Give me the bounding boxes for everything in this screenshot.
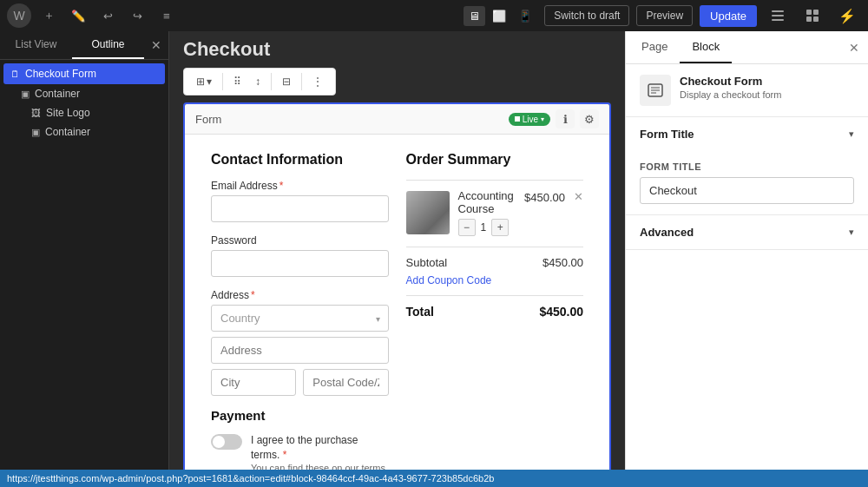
container-icon: ▣	[31, 127, 40, 138]
move-button[interactable]: ↕	[250, 72, 266, 91]
email-label: Email Address *	[211, 180, 389, 192]
password-label: Password	[211, 234, 389, 247]
product-name: Accounting Course	[458, 189, 516, 215]
form-label: Form	[195, 113, 221, 126]
postal-input[interactable]	[303, 369, 388, 396]
tree-item-container-2[interactable]: ▣ Container	[3, 122, 165, 141]
block-type-button[interactable]: ⊞ ▾	[191, 72, 217, 91]
tree-item-label: Checkout Form	[25, 68, 141, 80]
form-title-header[interactable]: Form Title ▾	[626, 117, 868, 151]
product-image	[406, 191, 450, 234]
tree-item-label: Site Logo	[46, 107, 158, 119]
form-icon: ⊞	[196, 76, 205, 88]
payment-title: Payment	[211, 408, 389, 423]
coupon-link[interactable]: Add Coupon Code	[406, 274, 492, 286]
settings-form-button[interactable]: ⚙	[580, 109, 599, 128]
switch-draft-button[interactable]: Switch to draft	[544, 5, 629, 26]
order-divider-mid	[406, 247, 584, 247]
city-input[interactable]	[211, 369, 296, 396]
address-required: *	[251, 289, 255, 301]
quantity-decrease-button[interactable]: −	[458, 219, 476, 236]
tab-outline[interactable]: Outline	[72, 31, 144, 59]
page-title: Checkout	[183, 38, 270, 61]
live-badge-arrow: ▾	[541, 115, 544, 123]
right-sidebar-header: Page Block ✕	[626, 31, 868, 64]
align-button[interactable]: ⊟	[277, 72, 296, 91]
sidebar-tabs: List View Outline ✕	[0, 31, 168, 60]
svg-rect-2	[772, 19, 784, 21]
desktop-icon[interactable]: 🖥	[464, 6, 485, 26]
block-name: Checkout Form	[680, 75, 781, 88]
settings-button[interactable]	[764, 2, 792, 30]
toolbar-divider-3	[301, 73, 302, 90]
email-input[interactable]	[211, 195, 389, 222]
tab-page[interactable]: Page	[629, 31, 680, 63]
address-input[interactable]	[211, 337, 389, 364]
toolbar-divider-2	[271, 73, 272, 90]
quantity-increase-button[interactable]: +	[491, 219, 509, 236]
mobile-icon[interactable]: 📱	[513, 6, 537, 26]
email-required: *	[279, 180, 284, 192]
top-bar-right: 🖥 ⬜ 📱 Switch to draft Preview Update ⚡	[464, 2, 861, 30]
block-icon-display	[640, 75, 671, 106]
tab-block[interactable]: Block	[680, 31, 732, 63]
address-label: Address *	[211, 289, 389, 301]
redo-button[interactable]: ↪	[125, 3, 149, 28]
form-title-input[interactable]	[640, 177, 854, 204]
contact-section-title: Contact Information	[211, 152, 389, 168]
top-bar: W ＋ ✏️ ↩ ↪ ≡ 🖥 ⬜ 📱 Switch to draft Previ…	[0, 0, 868, 31]
form-body: Contact Information Email Address * Pass…	[185, 135, 609, 487]
advanced-header[interactable]: Advanced ▾	[626, 215, 868, 249]
tree-item-label: Container	[35, 88, 158, 100]
preview-button[interactable]: Preview	[636, 5, 693, 26]
right-sidebar-close-button[interactable]: ✕	[844, 36, 865, 60]
tree-item-container-1[interactable]: ▣ Container	[3, 84, 165, 103]
tablet-icon[interactable]: ⬜	[487, 6, 511, 26]
product-thumbnail	[406, 191, 450, 234]
svg-rect-0	[772, 15, 784, 16]
product-remove-button[interactable]: ✕	[574, 190, 583, 203]
block-icon-button[interactable]	[799, 2, 826, 30]
email-group: Email Address *	[211, 180, 389, 222]
svg-rect-1	[772, 10, 784, 12]
add-block-button[interactable]: ＋	[36, 3, 61, 28]
sidebar-close-button[interactable]: ✕	[144, 31, 168, 59]
sidebar-tree: 🗒 Checkout Form ⋮ ▣ Container 🖼 Site Log…	[0, 60, 168, 487]
country-select[interactable]: Country	[211, 305, 389, 332]
agree-toggle[interactable]	[211, 434, 242, 450]
status-bar: https://jtestthings.com/wp-admin/post.ph…	[0, 470, 868, 487]
country-select-wrap: Country ▾	[211, 305, 389, 332]
order-summary-section: Order Summary Accounting Course − 1 +	[406, 152, 584, 487]
tree-item-site-logo[interactable]: 🖼 Site Logo	[3, 103, 165, 122]
tools-button[interactable]: ⚡	[833, 2, 861, 30]
status-url: https://jtestthings.com/wp-admin/post.ph…	[7, 473, 494, 484]
tab-list-view[interactable]: List View	[0, 31, 72, 59]
block-info: Checkout Form Display a checkout form	[626, 64, 868, 117]
toolbar-divider	[222, 73, 223, 90]
more-options-button[interactable]: ⋮	[307, 72, 328, 91]
sidebar-left: List View Outline ✕ 🗒 Checkout Form ⋮ ▣ …	[0, 31, 169, 487]
quantity-value: 1	[481, 221, 487, 234]
undo-button[interactable]: ↩	[95, 3, 120, 28]
live-dot	[515, 116, 520, 122]
block-toolbar: ⊞ ▾ ⠿ ↕ ⊟ ⋮	[183, 68, 336, 95]
update-button[interactable]: Update	[700, 5, 757, 27]
svg-rect-5	[806, 16, 812, 22]
product-info: Accounting Course − 1 +	[458, 189, 516, 236]
tree-item-checkout-form[interactable]: 🗒 Checkout Form ⋮	[3, 63, 165, 84]
edit-button[interactable]: ✏️	[66, 3, 90, 28]
product-row: Accounting Course − 1 + $450.00 ✕	[406, 189, 584, 236]
list-view-button[interactable]: ≡	[155, 3, 179, 28]
product-price: $450.00	[524, 191, 565, 204]
wordpress-logo[interactable]: W	[7, 3, 31, 28]
order-divider-top	[406, 180, 584, 181]
city-postal-row	[211, 369, 389, 396]
password-input[interactable]	[211, 250, 389, 277]
info-button[interactable]: ℹ	[556, 109, 575, 128]
block-text-info: Checkout Form Display a checkout form	[680, 75, 781, 100]
block-info-row: Checkout Form Display a checkout form	[640, 75, 854, 106]
checkout-form-icon-svg	[648, 82, 663, 98]
drag-handle[interactable]: ⠿	[228, 72, 247, 91]
form-title-section-label: Form Title	[640, 128, 694, 141]
block-icon	[804, 7, 821, 24]
